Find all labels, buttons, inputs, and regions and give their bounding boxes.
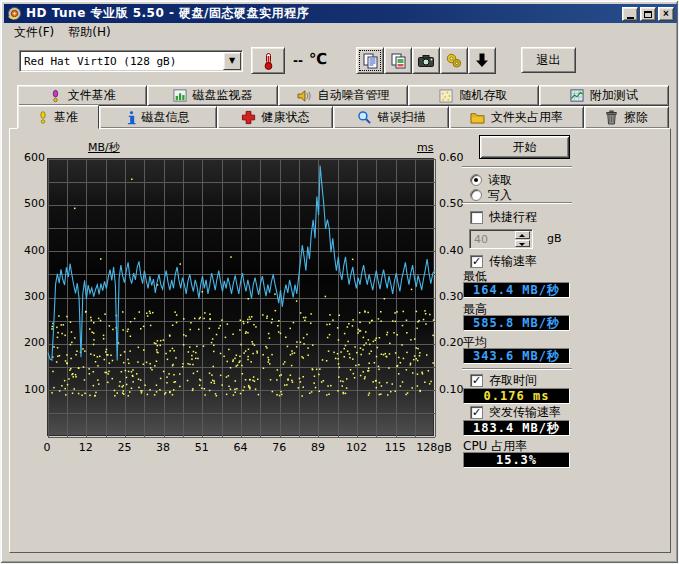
avg-speed-display: 343.6 MB/秒: [463, 348, 570, 364]
copy-pages-icon: [362, 52, 379, 69]
left-axis-unit: MB/秒: [88, 140, 120, 155]
benchmark-chart: [47, 158, 434, 436]
checkbox-checked-icon: ✓: [470, 374, 483, 387]
separator: [462, 166, 572, 168]
blue-info-icon: [127, 110, 136, 125]
capacity-unit: gB: [547, 232, 562, 245]
tab-disk-info[interactable]: 磁盘信息: [99, 106, 217, 129]
tab-label: 自动噪音管理: [318, 87, 390, 104]
yellow-folder-icon: [470, 111, 485, 124]
short-stroke-checkbox[interactable]: 快捷行程: [470, 210, 537, 224]
write-radio[interactable]: 写入: [470, 188, 512, 202]
red-cross-icon: [241, 110, 256, 125]
axis-tick-label: 128gB: [414, 441, 454, 454]
screenshot-button[interactable]: [412, 47, 440, 74]
tab-row-secondary: 文件基准 磁盘监视器 自动噪音管理 随机: [17, 85, 669, 106]
window-title: HD Tune 专业版 5.50 - 硬盘/固态硬盘实用程序: [26, 5, 618, 22]
axis-tick-label: 400: [9, 244, 45, 257]
copy-text-button[interactable]: [356, 47, 384, 74]
tab-label: 磁盘信息: [142, 109, 190, 126]
gears-icon: [445, 52, 463, 69]
tab-folder-usage[interactable]: 文件夹占用率: [449, 106, 584, 129]
radio-icon: [470, 189, 482, 201]
options-button[interactable]: [440, 47, 468, 74]
tab-label: 基准: [54, 109, 78, 126]
tab-label: 文件基准: [68, 87, 116, 104]
thermometer-icon: [260, 52, 276, 70]
axis-tick-label: 25: [104, 441, 144, 454]
tab-file-benchmark[interactable]: 文件基准: [17, 85, 147, 106]
mini-chart-icon: [570, 89, 584, 102]
axis-tick-label: 76: [259, 441, 299, 454]
tab-random-access[interactable]: 随机存取: [408, 85, 538, 106]
axis-tick-label: 200: [9, 336, 45, 349]
temperature-value: --: [293, 54, 303, 68]
tab-disk-monitor[interactable]: 磁盘监视器: [147, 85, 277, 106]
temperature-unit: ℃: [309, 50, 327, 68]
checkbox-checked-icon: ✓: [470, 406, 483, 419]
checkbox-icon: [470, 211, 483, 224]
max-speed-display: 585.8 MB/秒: [463, 315, 570, 331]
axis-tick-label: 300: [9, 290, 45, 303]
read-radio[interactable]: 读取: [470, 173, 512, 187]
exit-button[interactable]: 退出: [521, 47, 576, 73]
tab-error-scan[interactable]: 错误扫描: [333, 106, 449, 129]
tab-label: 擦除: [624, 109, 648, 126]
tab-label: 文件夹占用率: [491, 109, 563, 126]
app-icon: [7, 6, 22, 21]
axis-tick-label: 12: [66, 441, 106, 454]
save-button[interactable]: [468, 47, 496, 74]
yellow-exclamation-icon: [38, 110, 48, 125]
radio-icon: [470, 174, 482, 186]
axis-tick-label: 115: [375, 441, 415, 454]
menu-bar: 文件(F) 帮助(H): [4, 23, 677, 42]
speaker-icon: [297, 89, 312, 103]
access-time-checkbox[interactable]: ✓ 存取时间: [470, 373, 537, 387]
spin-down-icon[interactable]: [515, 240, 530, 248]
minimize-icon: [627, 17, 634, 19]
minimize-button[interactable]: [622, 7, 638, 21]
menu-help[interactable]: 帮助(H): [61, 22, 117, 43]
transfer-rate-label: 传输速率: [489, 253, 537, 270]
tab-label: 健康状态: [262, 109, 310, 126]
drive-select-value: Red Hat VirtIO (128 gB): [20, 55, 223, 68]
tab-extra-tests[interactable]: 附加测试: [539, 85, 669, 106]
maximize-button[interactable]: [640, 7, 656, 21]
drive-select[interactable]: Red Hat VirtIO (128 gB) ▼: [19, 50, 243, 72]
burst-rate-checkbox[interactable]: ✓ 突发传输速率: [470, 405, 561, 419]
tab-erase[interactable]: 擦除: [584, 106, 669, 129]
app-window: HD Tune 专业版 5.50 - 硬盘/固态硬盘实用程序 × 文件(F) 帮…: [0, 0, 679, 564]
burst-rate-display: 183.4 MB/秒: [463, 420, 570, 436]
transfer-rate-checkbox[interactable]: ✓ 传输速率: [470, 254, 537, 268]
spin-up-icon[interactable]: [515, 231, 530, 239]
cpu-usage-display: 15.3%: [463, 452, 570, 468]
tab-auto-acoustic[interactable]: 自动噪音管理: [278, 85, 408, 106]
close-button[interactable]: ×: [658, 7, 674, 21]
purple-exclamation-icon: [49, 89, 62, 103]
tab-health-status[interactable]: 健康状态: [217, 106, 333, 129]
title-bar: HD Tune 专业版 5.50 - 硬盘/固态硬盘实用程序 ×: [4, 4, 677, 23]
tab-row-primary: 基准 磁盘信息 健康状态 错误扫描: [17, 106, 669, 129]
right-axis-unit: ms: [417, 141, 433, 154]
copy-image-button[interactable]: [384, 47, 412, 74]
axis-tick-label: 600: [9, 151, 45, 164]
toolbar: Red Hat VirtIO (128 gB) ▼ -- ℃: [4, 42, 677, 82]
temperature-button[interactable]: [251, 47, 285, 74]
maximize-icon: [644, 11, 652, 18]
short-stroke-label: 快捷行程: [489, 209, 537, 226]
capacity-stepper[interactable]: 40: [469, 229, 533, 249]
green-bar-chart-icon: [173, 89, 187, 102]
chart-canvas: [48, 159, 435, 437]
access-time-label: 存取时间: [489, 372, 537, 389]
tab-label: 随机存取: [459, 87, 507, 104]
axis-tick-label: 89: [298, 441, 338, 454]
axis-tick-label: 500: [9, 197, 45, 210]
close-icon: ×: [663, 8, 669, 19]
menu-file[interactable]: 文件(F): [7, 22, 61, 43]
magnifier-icon: [357, 110, 372, 125]
start-button[interactable]: 开始: [479, 135, 570, 159]
tab-benchmark[interactable]: 基准: [17, 105, 99, 129]
chevron-down-icon[interactable]: ▼: [223, 52, 241, 70]
axis-tick-label: 100: [9, 383, 45, 396]
min-speed-display: 164.4 MB/秒: [463, 282, 570, 298]
